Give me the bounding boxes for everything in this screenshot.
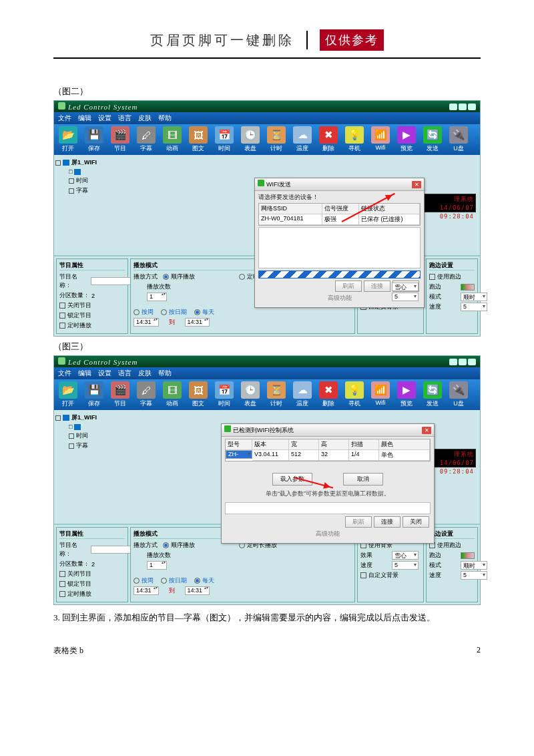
footer-left: 表格类 b bbox=[53, 645, 83, 656]
app-titlebar: Led Control System bbox=[54, 101, 480, 112]
workspace: 屏1_WIFI □ 时间 字幕 理系统 14/06/0709:28:04 WIF… bbox=[54, 155, 480, 255]
toolbar-图文[interactable]: 🖼图文 bbox=[186, 381, 211, 408]
toolbar-寻机[interactable]: 💡寻机 bbox=[342, 126, 367, 153]
toolbar-温度[interactable]: ☁温度 bbox=[290, 381, 315, 408]
load-params-button[interactable]: 载入参数 bbox=[272, 473, 312, 486]
refresh-button[interactable]: 刷新 bbox=[335, 280, 362, 292]
menubar[interactable]: 文件编辑设置语言皮肤帮助 bbox=[54, 367, 480, 379]
tree-subtitle[interactable]: 字幕 bbox=[55, 186, 126, 196]
cancel-button[interactable]: 取消 bbox=[343, 473, 383, 486]
dialog-title: 已检测到WIFI控制系统 bbox=[233, 427, 294, 433]
toolbar-发送[interactable]: 🔄发送 bbox=[420, 381, 445, 408]
toolbar-时间[interactable]: 📅时间 bbox=[212, 126, 237, 153]
toolbar-打开[interactable]: 📂打开 bbox=[55, 381, 81, 408]
footer-page: 2 bbox=[477, 645, 481, 656]
header-title: 页眉页脚可一键删除 bbox=[150, 31, 294, 49]
toolbar-Wifi[interactable]: 📶Wifi bbox=[368, 381, 393, 408]
panel-attr: 节目属性 节目名称： 分区数量：2 关闭节目 锁定节目 定时播放 bbox=[56, 258, 128, 334]
toolbar: 📂打开💾保存🎬节目🖊字幕🎞动画🖼图文📅时间🕒表盘⏳计时☁温度✖删除💡寻机📶Wif… bbox=[54, 124, 480, 155]
led-preview: 理系统 14/06/0709:28:04 bbox=[419, 194, 476, 212]
tree-node[interactable]: □ bbox=[55, 168, 126, 176]
toolbar-温度[interactable]: ☁温度 bbox=[290, 126, 315, 153]
page-footer: 表格类 b 2 bbox=[53, 645, 481, 656]
toolbar-节目[interactable]: 🎬节目 bbox=[107, 381, 133, 408]
tree-panel: 屏1_WIFI □ 时间 字幕 bbox=[54, 410, 127, 524]
toolbar-预览[interactable]: ▶预览 bbox=[394, 381, 419, 408]
detect-dialog: 已检测到WIFI控制系统 ✕ 型号 版本 宽 高 扫描 颜色 bbox=[221, 423, 435, 544]
toolbar-保存[interactable]: 💾保存 bbox=[81, 381, 107, 408]
instruction-text: 3. 回到主界面，添加相应的节目—字幕（图文），并编辑需要显示的内容，编辑完成以… bbox=[53, 610, 481, 625]
toolbar: 📂打开💾保存🎬节目🖊字幕🎞动画🖼图文📅时间🕒表盘⏳计时☁温度✖删除💡寻机📶Wif… bbox=[54, 379, 480, 410]
panel-run: 跑边设置 使用跑边 跑边 模式顺时针 速度5 bbox=[426, 258, 478, 334]
workspace: 屏1_WIFI □ 时间 字幕 理系统 14/06/0709:28:04 已检测… bbox=[54, 410, 480, 524]
app-logo-icon bbox=[58, 102, 65, 110]
toolbar-表盘[interactable]: 🕒表盘 bbox=[238, 126, 263, 153]
toolbar-计时[interactable]: ⏳计时 bbox=[264, 126, 289, 153]
app-titlebar: Led Control System bbox=[54, 356, 480, 367]
header-stamp: 仅供参考 bbox=[320, 29, 384, 51]
header-divider bbox=[306, 31, 308, 49]
app-logo-icon bbox=[58, 357, 65, 365]
tree-time[interactable]: 时间 bbox=[55, 176, 126, 186]
toolbar-动画[interactable]: 🎞动画 bbox=[160, 381, 185, 408]
screenshot-fig3: Led Control System 文件编辑设置语言皮肤帮助 📂打开💾保存🎬节… bbox=[53, 355, 481, 605]
toolbar-预览[interactable]: ▶预览 bbox=[394, 126, 419, 153]
toolbar-U盘[interactable]: 🔌U盘 bbox=[446, 126, 471, 153]
toolbar-U盘[interactable]: 🔌U盘 bbox=[446, 381, 471, 408]
connect-button[interactable]: 连接 bbox=[364, 280, 390, 292]
progress-bar bbox=[258, 270, 421, 278]
toolbar-节目[interactable]: 🎬节目 bbox=[107, 126, 133, 153]
panel-attr: 节目属性 节目名称： 分区数量：2 关闭节目 锁定节目 定时播放 bbox=[56, 527, 128, 602]
tree-root[interactable]: 屏1_WIFI bbox=[55, 158, 126, 168]
menu-language[interactable]: 语言 bbox=[118, 114, 131, 123]
canvas: 理系统 14/06/0709:28:04 已检测到WIFI控制系统 ✕ 型号 版… bbox=[127, 410, 480, 524]
menu-settings[interactable]: 设置 bbox=[98, 114, 111, 123]
toolbar-打开[interactable]: 📂打开 bbox=[55, 126, 81, 153]
toolbar-删除[interactable]: ✖删除 bbox=[316, 381, 341, 408]
program-name-input[interactable] bbox=[91, 546, 131, 554]
toolbar-时间[interactable]: 📅时间 bbox=[212, 381, 237, 408]
detect-icon bbox=[224, 425, 231, 432]
toolbar-保存[interactable]: 💾保存 bbox=[81, 126, 107, 153]
page-header: 页眉页脚可一键删除 仅供参考 bbox=[53, 20, 481, 59]
dialog-note: 单击“载入参数”可将参数更新至电脑工程数据。 bbox=[225, 490, 431, 498]
app-name: Led Control System bbox=[68, 103, 138, 111]
close-icon[interactable]: ✕ bbox=[422, 427, 431, 434]
menu-edit[interactable]: 编辑 bbox=[78, 114, 91, 123]
window-buttons[interactable] bbox=[449, 104, 476, 110]
menu-help[interactable]: 帮助 bbox=[158, 114, 172, 123]
figure-3-caption: （图三） bbox=[53, 341, 481, 353]
toolbar-字幕[interactable]: 🖊字幕 bbox=[134, 381, 159, 408]
toolbar-删除[interactable]: ✖删除 bbox=[316, 126, 341, 153]
toolbar-计时[interactable]: ⏳计时 bbox=[264, 381, 289, 408]
screenshot-fig2: Led Control System 文件 编辑 设置 语言 皮肤 帮助 📂打开… bbox=[53, 100, 481, 337]
dialog-title: WIFI发送 bbox=[266, 181, 291, 188]
figure-2-caption: （图二） bbox=[53, 85, 481, 98]
wifi-icon bbox=[258, 180, 264, 186]
canvas: 理系统 14/06/0709:28:04 WIFI发送 ✕ 请选择要发送的设备！… bbox=[127, 155, 480, 255]
close-icon[interactable]: ✕ bbox=[412, 181, 421, 188]
toolbar-动画[interactable]: 🎞动画 bbox=[160, 126, 185, 153]
toolbar-表盘[interactable]: 🕒表盘 bbox=[238, 381, 263, 408]
toolbar-Wifi[interactable]: 📶Wifi bbox=[368, 126, 393, 153]
menubar[interactable]: 文件 编辑 设置 语言 皮肤 帮助 bbox=[54, 112, 480, 124]
toolbar-寻机[interactable]: 💡寻机 bbox=[342, 381, 367, 408]
tree-panel: 屏1_WIFI □ 时间 字幕 bbox=[54, 155, 127, 255]
detect-grid[interactable]: 型号 版本 宽 高 扫描 颜色 ZH-W0 V3.04.11 512 bbox=[225, 439, 431, 461]
device-grid[interactable]: 网络SSID 信号强度 链接状态 ZH-W0_704181 极强 已保存 (已连… bbox=[258, 203, 421, 226]
toolbar-字幕[interactable]: 🖊字幕 bbox=[134, 126, 159, 153]
menu-skin[interactable]: 皮肤 bbox=[138, 114, 152, 123]
toolbar-图文[interactable]: 🖼图文 bbox=[186, 126, 211, 153]
window-buttons[interactable] bbox=[449, 359, 476, 365]
program-name-input[interactable] bbox=[91, 277, 131, 285]
toolbar-发送[interactable]: 🔄发送 bbox=[420, 126, 445, 153]
menu-file[interactable]: 文件 bbox=[58, 114, 71, 123]
